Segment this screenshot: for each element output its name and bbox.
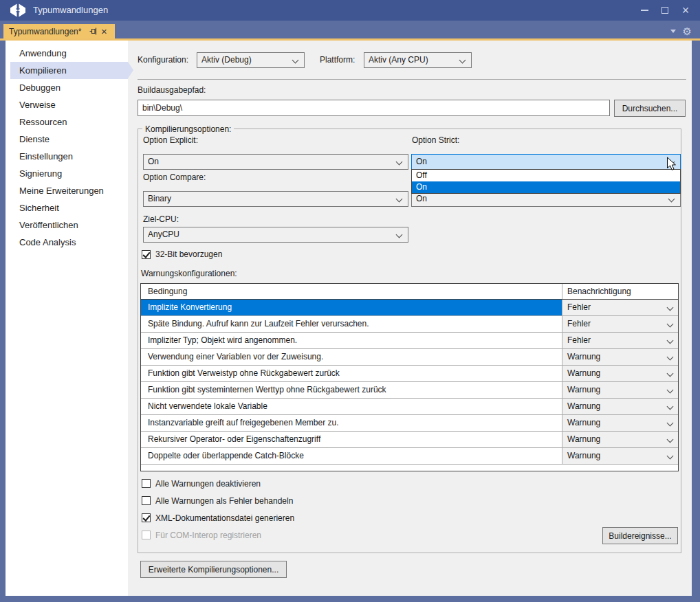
notification-combobox[interactable]: Warnung (562, 349, 678, 365)
gear-icon[interactable]: ⚙ (683, 26, 692, 36)
sidebar-item-sicherheit[interactable]: Sicherheit (10, 199, 128, 216)
checkbox-row: Für COM-Interop registrieren (142, 526, 294, 544)
condition-cell[interactable]: Nicht verwendete lokale Variable (141, 399, 562, 414)
table-row[interactable]: Impliziter Typ; Objekt wird angenommen.F… (141, 333, 678, 349)
sidebar-item-kompilieren[interactable]: Kompilieren (10, 62, 128, 79)
condition-cell[interactable]: Funktion gibt systeminternen Werttyp ohn… (141, 382, 562, 398)
notification-combobox[interactable]: Warnung (562, 382, 678, 398)
sidebar-item-ver-ffentlichen[interactable]: Veröffentlichen (10, 216, 128, 234)
minimize-button[interactable] (634, 0, 655, 21)
notification-combobox[interactable]: Warnung (562, 399, 678, 414)
sidebar-nav: AnwendungKompilierenDebuggenVerweiseRess… (6, 41, 128, 596)
checkbox[interactable] (142, 479, 151, 488)
option-explicit-combobox[interactable]: On (143, 154, 408, 170)
checkbox-row[interactable]: XML-Dokumentationsdatei generieren (142, 509, 294, 526)
checkbox-label: Alle Warnungen als Fehler behandeln (155, 496, 293, 506)
notification-combobox[interactable]: Fehler (562, 333, 678, 348)
checkbox-row[interactable]: Alle Warnungen deaktivieren (142, 475, 294, 492)
checkbox[interactable] (142, 513, 151, 522)
build-output-path-input[interactable]: bin\Debug\ (138, 100, 610, 116)
prefer-32bit-label: 32-Bit bevorzugen (155, 249, 222, 259)
table-row[interactable]: Rekursiver Operator- oder Eigenschaftenz… (141, 432, 678, 448)
sidebar-item-signierung[interactable]: Signierung (10, 165, 128, 182)
dropdown-option-off[interactable]: Off (412, 170, 680, 181)
configuration-combobox[interactable]: Aktiv (Debug) (197, 52, 305, 68)
checkbox-label: XML-Dokumentationsdatei generieren (155, 513, 294, 523)
condition-cell[interactable]: Impliziter Typ; Objekt wird angenommen. (141, 333, 562, 348)
sidebar-item-ressourcen[interactable]: Ressourcen (10, 113, 128, 131)
sidebar-item-code-analysis[interactable]: Code Analysis (10, 234, 128, 251)
document-tab[interactable]: Typumwandlungen* × (3, 24, 115, 38)
condition-cell[interactable]: Funktion gibt Verweistyp ohne Rückgabewe… (141, 366, 562, 381)
option-strict-dropdown-list: OffOn (411, 169, 681, 194)
warnings-table-body: Implizite KonvertierungFehlerSpäte Bindu… (141, 300, 678, 465)
application-window: Typumwandlungen × Typumwandlungen* × ⚙ A… (0, 0, 700, 602)
dropdown-option-on[interactable]: On (412, 181, 680, 193)
sidebar-item-dienste[interactable]: Dienste (10, 131, 128, 148)
condition-cell[interactable]: Instanzvariable greift auf freigegebenen… (141, 415, 562, 431)
option-strict-combobox[interactable]: On (411, 154, 681, 170)
close-button[interactable]: × (675, 0, 696, 21)
build-output-label: Buildausgabepfad: (138, 85, 206, 95)
visual-studio-logo-icon (10, 3, 26, 17)
table-row[interactable]: Funktion gibt Verweistyp ohne Rückgabewe… (141, 366, 678, 382)
prefer-32bit-checkbox-row[interactable]: 32-Bit bevorzugen (142, 249, 222, 259)
table-row[interactable]: Implizite KonvertierungFehler (141, 300, 678, 316)
option-compare-combobox[interactable]: Binary (143, 191, 408, 207)
tab-list-chevron-icon[interactable] (670, 30, 676, 33)
notification-combobox[interactable]: Warnung (562, 415, 678, 431)
condition-cell[interactable]: Späte Bindung. Aufruf kann zur Laufzeit … (141, 316, 562, 332)
checkbox-label: Alle Warnungen deaktivieren (155, 479, 261, 489)
maximize-icon (661, 7, 668, 14)
option-strict-label: Option Strict: (412, 135, 459, 145)
warnings-table-header: Bedingung Benachrichtigung (141, 284, 678, 300)
pin-icon[interactable] (87, 26, 98, 37)
condition-cell[interactable]: Rekursiver Operator- oder Eigenschaftenz… (141, 432, 562, 447)
mouse-cursor (666, 157, 677, 172)
table-row[interactable]: Nicht verwendete lokale VariableWarnung (141, 399, 678, 415)
notification-combobox[interactable]: Warnung (562, 448, 678, 464)
warnings-table: Bedingung Benachrichtigung Implizite Kon… (140, 283, 679, 471)
maximize-button[interactable] (655, 0, 675, 21)
sidebar-item-meine-erweiterungen[interactable]: Meine Erweiterungen (10, 182, 128, 199)
sidebar-item-debuggen[interactable]: Debuggen (10, 79, 128, 96)
checkbox (142, 531, 151, 539)
notification-combobox[interactable]: Fehler (562, 316, 678, 332)
condition-cell[interactable]: Implizite Konvertierung (141, 300, 562, 315)
build-events-button[interactable]: Buildereignisse... (602, 527, 678, 544)
platform-combobox[interactable]: Aktiv (Any CPU) (364, 52, 472, 68)
close-icon: × (682, 4, 690, 16)
compile-options-group-label: Kompilierungsoptionen: (142, 124, 234, 134)
section-divider (138, 79, 686, 80)
table-row[interactable]: Instanzvariable greift auf freigegebenen… (141, 415, 678, 432)
browse-button[interactable]: Durchsuchen... (614, 100, 686, 117)
condition-cell[interactable]: Verwendung einer Variablen vor der Zuwei… (141, 349, 562, 365)
advanced-compile-options-button[interactable]: Erweiterte Kompilierungsoptionen... (140, 561, 287, 578)
target-cpu-combobox[interactable]: AnyCPU (143, 227, 408, 243)
notification-combobox[interactable]: Warnung (562, 432, 678, 447)
window-border-left (0, 41, 6, 602)
column-header-notification: Benachrichtigung (562, 284, 678, 299)
checkbox-row[interactable]: Alle Warnungen als Fehler behandeln (142, 492, 294, 509)
prefer-32bit-checkbox[interactable] (142, 250, 151, 259)
table-row[interactable]: Doppelte oder überlappende Catch-BlöckeW… (141, 448, 678, 465)
tab-close-icon[interactable]: × (98, 26, 109, 37)
sidebar-item-einstellungen[interactable]: Einstellungen (10, 148, 128, 165)
window-border-bottom (0, 596, 700, 602)
sidebar-item-anwendung[interactable]: Anwendung (10, 45, 128, 62)
option-compare-label: Option Compare: (143, 172, 206, 182)
notification-combobox[interactable]: Warnung (562, 366, 678, 381)
window-title: Typumwandlungen (33, 0, 108, 21)
condition-cell[interactable]: Doppelte oder überlappende Catch-Blöcke (141, 448, 562, 464)
table-row[interactable]: Funktion gibt systeminternen Werttyp ohn… (141, 382, 678, 399)
platform-label: Plattform: (320, 55, 355, 65)
checkbox[interactable] (142, 496, 151, 505)
table-row[interactable]: Verwendung einer Variablen vor der Zuwei… (141, 349, 678, 366)
column-header-condition: Bedingung (141, 284, 562, 299)
target-cpu-label: Ziel-CPU: (143, 214, 179, 224)
configuration-label: Konfiguration: (138, 55, 188, 65)
notification-combobox[interactable]: Fehler (562, 300, 678, 315)
minimize-icon (641, 10, 648, 11)
sidebar-item-verweise[interactable]: Verweise (10, 96, 128, 113)
table-row[interactable]: Späte Bindung. Aufruf kann zur Laufzeit … (141, 316, 678, 333)
